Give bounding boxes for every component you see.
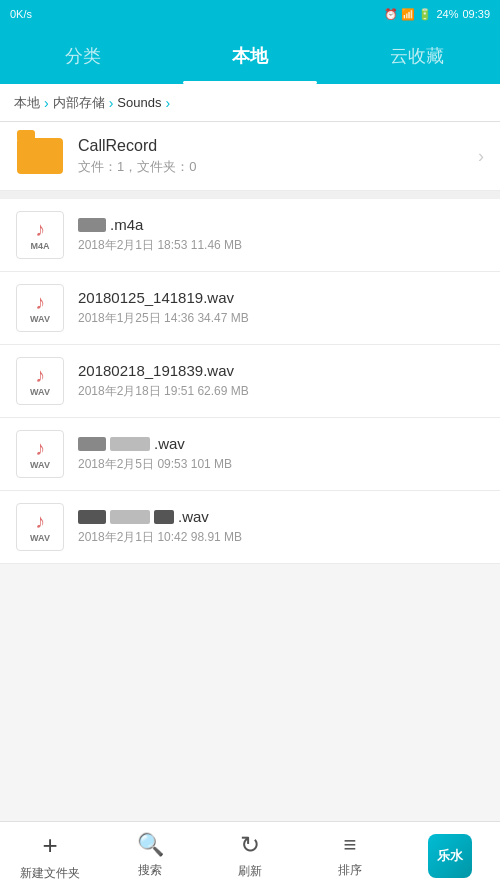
breadcrumb-sounds[interactable]: Sounds xyxy=(117,95,161,110)
divider xyxy=(0,191,500,199)
search-icon: 🔍 xyxy=(137,832,164,858)
file-ext-wav3: WAV xyxy=(30,460,50,470)
redacted-block xyxy=(78,218,106,232)
file-list: CallRecord 文件：1，文件夹：0 › ♪ M4A .m4a 2018年… xyxy=(0,122,500,821)
file-ext-wav2: WAV xyxy=(30,387,50,397)
file-icon-m4a: ♪ M4A xyxy=(16,211,64,259)
clock: 09:39 xyxy=(462,8,490,20)
file-item-wav2[interactable]: ♪ WAV 20180218_191839.wav 2018年2月18日 19:… xyxy=(0,345,500,418)
file-ext-wav4: WAV xyxy=(30,533,50,543)
battery-percent: 24% xyxy=(436,8,458,20)
bottom-nav: + 新建文件夹 🔍 搜索 ↻ 刷新 ≡ 排序 乐水 xyxy=(0,821,500,889)
chevron-right-icon: › xyxy=(478,146,484,167)
nav-new-folder[interactable]: + 新建文件夹 xyxy=(0,822,100,890)
nav-sort[interactable]: ≡ 排序 xyxy=(300,824,400,887)
breadcrumb-local[interactable]: 本地 xyxy=(14,94,40,112)
music-note-icon-2: ♪ xyxy=(35,292,45,312)
plus-icon: + xyxy=(42,830,57,861)
breadcrumb: 本地 › 内部存储 › Sounds › xyxy=(0,84,500,122)
file-item-wav3[interactable]: ♪ WAV .wav 2018年2月5日 09:53 101 MB xyxy=(0,418,500,491)
folder-info: CallRecord 文件：1，文件夹：0 xyxy=(78,137,464,176)
file-icon-wav2: ♪ WAV xyxy=(16,357,64,405)
nav-new-folder-label: 新建文件夹 xyxy=(20,865,80,882)
file-name-wav4: .wav xyxy=(78,508,484,525)
nav-logo[interactable]: 乐水 xyxy=(400,826,500,886)
file-info-wav2: 20180218_191839.wav 2018年2月18日 19:51 62.… xyxy=(78,362,484,400)
file-name-m4a: .m4a xyxy=(78,216,484,233)
folder-shape xyxy=(17,138,63,174)
file-item-wav1[interactable]: ♪ WAV 20180125_141819.wav 2018年1月25日 14:… xyxy=(0,272,500,345)
tab-bar: 分类 本地 云收藏 xyxy=(0,28,500,84)
folder-icon xyxy=(16,136,64,176)
file-meta-wav1: 2018年1月25日 14:36 34.47 MB xyxy=(78,310,484,327)
breadcrumb-storage[interactable]: 内部存储 xyxy=(53,94,105,112)
file-ext-wav1: WAV xyxy=(30,314,50,324)
file-meta-wav2: 2018年2月18日 19:51 62.69 MB xyxy=(78,383,484,400)
file-meta-wav3: 2018年2月5日 09:53 101 MB xyxy=(78,456,484,473)
network-speed: 0K/s xyxy=(10,8,380,20)
breadcrumb-sep-2: › xyxy=(109,95,114,111)
music-note-icon-5: ♪ xyxy=(35,511,45,531)
breadcrumb-sep-1: › xyxy=(44,95,49,111)
file-name-wav2: 20180218_191839.wav xyxy=(78,362,484,379)
folder-meta: 文件：1，文件夹：0 xyxy=(78,158,464,176)
nav-refresh[interactable]: ↻ 刷新 xyxy=(200,823,300,888)
music-note-icon-4: ♪ xyxy=(35,438,45,458)
file-info-m4a: .m4a 2018年2月1日 18:53 11.46 MB xyxy=(78,216,484,254)
sort-icon: ≡ xyxy=(344,832,357,858)
redacted-block-6 xyxy=(154,510,174,524)
file-icon-wav3: ♪ WAV xyxy=(16,430,64,478)
redacted-block-3 xyxy=(110,437,150,451)
file-meta-m4a: 2018年2月1日 18:53 11.46 MB xyxy=(78,237,484,254)
music-note-icon: ♪ xyxy=(35,219,45,239)
tab-bendi[interactable]: 本地 xyxy=(167,28,334,84)
redacted-block-5 xyxy=(110,510,150,524)
app-logo: 乐水 xyxy=(428,834,472,878)
file-meta-wav4: 2018年2月1日 10:42 98.91 MB xyxy=(78,529,484,546)
breadcrumb-sep-3: › xyxy=(165,95,170,111)
file-name-wav1: 20180125_141819.wav xyxy=(78,289,484,306)
file-item-wav4[interactable]: ♪ WAV .wav 2018年2月1日 10:42 98.91 MB xyxy=(0,491,500,564)
file-info-wav4: .wav 2018年2月1日 10:42 98.91 MB xyxy=(78,508,484,546)
redacted-block-2 xyxy=(78,437,106,451)
refresh-icon: ↻ xyxy=(240,831,260,859)
status-bar: 0K/s ⏰ 📶 🔋 24% 09:39 xyxy=(0,0,500,28)
file-icon-wav1: ♪ WAV xyxy=(16,284,64,332)
redacted-block-4 xyxy=(78,510,106,524)
status-icons: ⏰ 📶 🔋 xyxy=(384,8,432,21)
file-ext-m4a: M4A xyxy=(30,241,49,251)
nav-search[interactable]: 🔍 搜索 xyxy=(100,824,200,887)
nav-refresh-label: 刷新 xyxy=(238,863,262,880)
file-item-m4a[interactable]: ♪ M4A .m4a 2018年2月1日 18:53 11.46 MB xyxy=(0,199,500,272)
folder-name: CallRecord xyxy=(78,137,464,155)
file-info-wav3: .wav 2018年2月5日 09:53 101 MB xyxy=(78,435,484,473)
nav-sort-label: 排序 xyxy=(338,862,362,879)
file-name-wav3: .wav xyxy=(78,435,484,452)
file-info-wav1: 20180125_141819.wav 2018年1月25日 14:36 34.… xyxy=(78,289,484,327)
nav-search-label: 搜索 xyxy=(138,862,162,879)
tab-yunshoucan[interactable]: 云收藏 xyxy=(333,28,500,84)
music-note-icon-3: ♪ xyxy=(35,365,45,385)
file-icon-wav4: ♪ WAV xyxy=(16,503,64,551)
tab-fenlei[interactable]: 分类 xyxy=(0,28,167,84)
folder-callrecord[interactable]: CallRecord 文件：1，文件夹：0 › xyxy=(0,122,500,191)
